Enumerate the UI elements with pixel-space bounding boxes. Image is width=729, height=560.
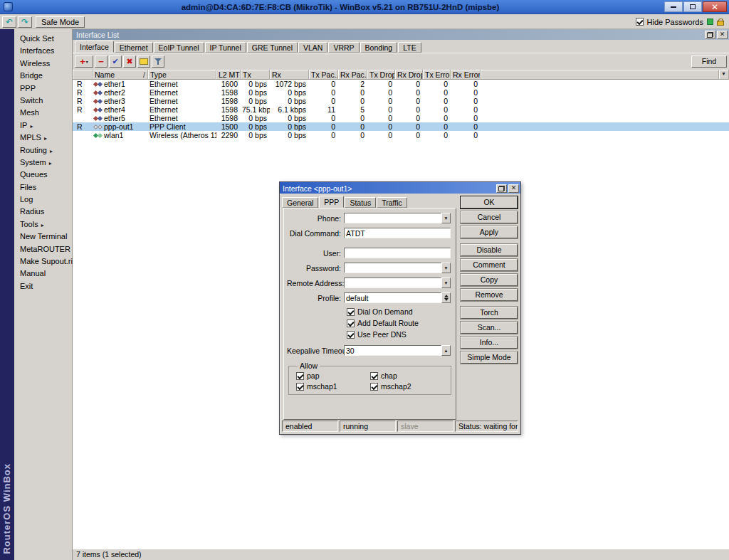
close-button[interactable]: ✕ xyxy=(717,31,728,39)
password-dropdown-button[interactable]: ▼ xyxy=(441,263,451,273)
password-input[interactable] xyxy=(344,263,441,273)
sidebar-item-radius[interactable]: Radius xyxy=(14,206,72,218)
remove-button[interactable]: − xyxy=(95,56,107,68)
rx-drops-column-header[interactable]: Rx Drops xyxy=(395,70,423,80)
restore-button[interactable] xyxy=(705,31,715,39)
tab-status[interactable]: Status xyxy=(345,197,376,208)
phone-input[interactable] xyxy=(344,213,441,223)
apply-button[interactable]: Apply xyxy=(461,226,518,238)
table-row-ether2[interactable]: R ether2 Ethernet 1598 0 bps 0 bps 0 0 0… xyxy=(73,88,729,97)
dial-on-demand-checkbox[interactable] xyxy=(347,308,355,316)
type-column-header[interactable]: Type xyxy=(148,70,216,80)
sidebar-item-mpls[interactable]: MPLS▸ xyxy=(14,132,72,144)
profile-updown-button[interactable] xyxy=(441,292,451,303)
info-button[interactable]: Info... xyxy=(461,337,518,349)
name-column-header[interactable]: /Name xyxy=(93,70,148,80)
tab-bonding[interactable]: Bonding xyxy=(360,42,398,53)
rx-packet-column-header[interactable]: Rx Pac... xyxy=(338,70,367,80)
tab-ppp[interactable]: PPP xyxy=(319,196,344,208)
sidebar-item-ppp[interactable]: PPP xyxy=(14,83,72,95)
sidebar-item-interfaces[interactable]: Interfaces xyxy=(14,45,72,57)
user-input[interactable] xyxy=(344,248,451,258)
sidebar-item-files[interactable]: Files xyxy=(14,181,72,194)
l2mtu-column-header[interactable]: L2 MTU xyxy=(216,70,241,80)
phone-dropdown-button[interactable]: ▼ xyxy=(441,213,451,223)
sidebar-item-mesh[interactable]: Mesh xyxy=(14,107,72,119)
sidebar-item-routing[interactable]: Routing▸ xyxy=(14,144,72,157)
table-row-ppp-out1[interactable]: R ppp-out1 PPP Client 1500 0 bps 0 bps 0… xyxy=(73,122,729,131)
use-peer-dns-checkbox[interactable] xyxy=(347,331,355,339)
sidebar-item-tools[interactable]: Tools▸ xyxy=(14,218,72,231)
sidebar-item-system[interactable]: System▸ xyxy=(14,157,72,169)
sidebar-item-manual[interactable]: Manual xyxy=(14,268,72,280)
disable-button[interactable]: Disable xyxy=(461,244,518,256)
ok-button[interactable]: OK xyxy=(461,196,518,208)
rx-errors-column-header[interactable]: Rx Errors xyxy=(451,70,481,80)
sidebar-item-log[interactable]: Log xyxy=(14,194,72,206)
keepalive-timeout-input[interactable] xyxy=(344,345,441,356)
remote-address-dropdown-button[interactable]: ▼ xyxy=(441,278,451,288)
minimize-button[interactable] xyxy=(664,1,683,12)
sidebar-item-queues[interactable]: Queues xyxy=(14,169,72,181)
rx-column-header[interactable]: Rx xyxy=(270,70,309,80)
sidebar-item-exit[interactable]: Exit xyxy=(14,280,72,292)
table-row-wlan1[interactable]: wlan1 Wireless (Atheros 11N) 2290 0 bps … xyxy=(73,131,729,139)
add-default-route-checkbox[interactable] xyxy=(347,319,355,327)
filter-button[interactable] xyxy=(152,56,164,68)
tab-vlan[interactable]: VLAN xyxy=(298,42,327,53)
safe-mode-button[interactable]: Safe Mode xyxy=(36,16,85,28)
column-select-button[interactable]: ▼ xyxy=(719,70,729,80)
tab-gre-tunnel[interactable]: GRE Tunnel xyxy=(247,42,298,53)
tab-ethernet[interactable]: Ethernet xyxy=(115,42,153,53)
sidebar-item-bridge[interactable]: Bridge xyxy=(14,70,72,82)
restore-button[interactable] xyxy=(496,184,507,193)
sidebar-item-make-supout[interactable]: Make Supout.rif xyxy=(14,255,72,268)
tab-eoip-tunnel[interactable]: EoIP Tunnel xyxy=(154,42,204,53)
tab-lte[interactable]: LTE xyxy=(398,42,421,53)
cancel-button[interactable]: Cancel xyxy=(461,211,518,223)
tx-packet-column-header[interactable]: Tx Pac... xyxy=(309,70,338,80)
mschap2-checkbox[interactable] xyxy=(370,383,378,391)
chap-checkbox[interactable] xyxy=(370,372,378,380)
dial-command-input[interactable] xyxy=(344,228,451,238)
mschap1-checkbox[interactable] xyxy=(296,383,304,391)
sidebar-item-new-terminal[interactable]: New Terminal xyxy=(14,231,72,243)
copy-button[interactable]: Copy xyxy=(461,274,518,286)
maximize-button[interactable] xyxy=(683,1,702,12)
tx-column-header[interactable]: Tx xyxy=(241,70,270,80)
sidebar-item-wireless[interactable]: Wireless xyxy=(14,58,72,70)
torch-button[interactable]: Torch xyxy=(461,307,518,319)
hide-passwords-checkbox[interactable] xyxy=(636,18,644,26)
tab-ip-tunnel[interactable]: IP Tunnel xyxy=(205,42,246,53)
sidebar-item-switch[interactable]: Switch xyxy=(14,95,72,107)
flag-column-header[interactable] xyxy=(73,70,93,80)
keepalive-up-button[interactable]: ▲ xyxy=(441,345,451,356)
table-row-ether3[interactable]: R ether3 Ethernet 1598 0 bps 0 bps 0 0 0… xyxy=(73,97,729,105)
sidebar-item-metarouter[interactable]: MetaROUTER xyxy=(14,243,72,255)
remote-address-input[interactable] xyxy=(344,278,441,288)
sidebar-item-quick-set[interactable]: Quick Set xyxy=(14,33,72,45)
close-button[interactable]: ✕ xyxy=(703,1,727,12)
table-row-ether1[interactable]: R ether1 Ethernet 1600 0 bps 1072 bps 0 … xyxy=(73,80,729,88)
forward-button[interactable]: ↷ xyxy=(18,16,32,28)
simple-mode-button[interactable]: Simple Mode xyxy=(461,352,518,364)
comment-button[interactable]: Comment xyxy=(461,259,518,271)
find-button[interactable]: Find xyxy=(691,56,727,68)
pap-checkbox[interactable] xyxy=(296,372,304,380)
enable-button[interactable]: ✔ xyxy=(109,56,122,68)
profile-input[interactable] xyxy=(344,292,441,303)
scan-button[interactable]: Scan... xyxy=(461,322,518,334)
tx-errors-column-header[interactable]: Tx Errors xyxy=(423,70,451,80)
tab-traffic[interactable]: Traffic xyxy=(377,197,407,208)
back-button[interactable]: ↶ xyxy=(2,16,16,28)
disable-button[interactable]: ✖ xyxy=(123,56,136,68)
add-button[interactable]: +▾ xyxy=(75,56,93,68)
table-row-ether5[interactable]: ether5 Ethernet 1598 0 bps 0 bps 0 0 0 0… xyxy=(73,114,729,122)
sidebar-item-ip[interactable]: IP▸ xyxy=(14,120,72,132)
tx-drops-column-header[interactable]: Tx Drops xyxy=(367,70,395,80)
tab-general[interactable]: General xyxy=(282,197,318,208)
table-row-ether4[interactable]: R ether4 Ethernet 1598 75.1 kbps 6.1 kbp… xyxy=(73,105,729,114)
close-button[interactable]: ✕ xyxy=(508,184,519,193)
tab-interface[interactable]: Interface xyxy=(75,41,114,53)
remove-button[interactable]: Remove xyxy=(461,289,518,301)
